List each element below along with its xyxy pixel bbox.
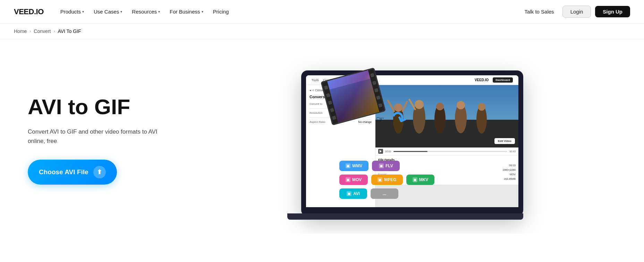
avi-label: AVI: [353, 191, 360, 196]
nav-item-pricing[interactable]: Pricing: [209, 6, 233, 17]
chevron-down-icon: ▾: [158, 10, 160, 14]
panel-label-convert: Convert to: [310, 102, 322, 105]
breadcrumb: Home › Convert › AVI To GIF: [0, 24, 644, 39]
time-current: 00:00: [385, 150, 391, 153]
hero-left: AVI to GIF Convert AVI to GIF and other …: [28, 95, 208, 185]
screen-nav-tools: Tools: [312, 78, 319, 82]
signup-button[interactable]: Sign Up: [595, 6, 630, 17]
login-button[interactable]: Login: [562, 6, 591, 18]
format-row-3: ▦ AVI ...: [339, 188, 434, 199]
chevron-down-icon: ▾: [202, 10, 203, 14]
nav-label-pricing: Pricing: [213, 9, 229, 15]
nav-right: Talk to Sales Login Sign Up: [520, 6, 630, 18]
hero-section: AVI to GIF Convert AVI to GIF and other …: [0, 39, 644, 234]
format-mov-button[interactable]: ▦ MOV: [339, 175, 368, 185]
format-wmv-button[interactable]: ▦ WMV: [339, 161, 368, 171]
wmv-label: WMV: [352, 163, 362, 168]
panel-value-aspect: No change: [358, 120, 372, 124]
progress-bar[interactable]: [393, 151, 508, 152]
chevron-down-icon: ▾: [82, 10, 84, 14]
logo[interactable]: VEED.IO: [14, 7, 44, 16]
panel-label-aspect: Aspect Ratio: [310, 120, 325, 124]
format-mpeg-button[interactable]: ▦ MPEG: [371, 175, 402, 185]
screen-edit-video-button[interactable]: Edit Video: [494, 138, 515, 144]
nav-label-usecases: Use Cases: [94, 9, 119, 15]
flv-label: FLV: [385, 163, 393, 168]
screen-playback-controls: 00:00 00:43: [375, 147, 518, 155]
cursor-icon: ☞: [376, 114, 384, 125]
play-icon: [380, 150, 382, 153]
format-buttons-overlay: ▦ WMV ▦ FLV ▦ MOV ▦ MPEG: [339, 161, 434, 199]
wmv-icon: ▦: [346, 163, 350, 168]
format-row-2: ▦ MOV ▦ MPEG ▦ MKV: [339, 175, 434, 185]
breadcrumb-home[interactable]: Home: [14, 28, 27, 34]
avi-icon: ▦: [347, 191, 351, 196]
nav-links: Products ▾ Use Cases ▾ Resources ▾ For B…: [56, 6, 520, 17]
mov-icon: ▦: [346, 177, 350, 182]
panel-label-resolution: Resolution: [310, 111, 323, 115]
hero-right: ☞ ↷ ▦ WMV ▦ FLV ▦: [208, 60, 616, 220]
detail-value-size: 162.45MB: [504, 177, 516, 180]
breadcrumb-convert[interactable]: Convert: [34, 28, 51, 34]
mpeg-label: MPEG: [384, 177, 396, 182]
format-more-button[interactable]: ...: [371, 188, 398, 199]
progress-fill: [393, 151, 428, 152]
laptop-base: [287, 213, 523, 220]
mkv-label: MKV: [419, 177, 429, 182]
time-total: 00:43: [509, 150, 516, 153]
nav-label-resources: Resources: [132, 9, 157, 15]
mpeg-icon: ▦: [378, 177, 382, 182]
nav-item-resources[interactable]: Resources ▾: [128, 6, 164, 17]
detail-value-duration: 00:13: [509, 164, 516, 167]
detail-value-resolution: 1080×1080: [502, 168, 516, 171]
screen-logo: VEED.IO: [475, 78, 489, 82]
play-button[interactable]: [378, 149, 383, 154]
choose-avi-file-button[interactable]: Choose AVI File ⬆: [28, 160, 117, 185]
nav-item-usecases[interactable]: Use Cases ▾: [90, 6, 126, 17]
svg-marker-16: [380, 150, 382, 153]
laptop-mockup: ☞ ↷ ▦ WMV ▦ FLV ▦: [294, 60, 530, 220]
mov-label: MOV: [352, 177, 362, 182]
nav-label-forbusiness: For Business: [170, 9, 200, 15]
talk-to-sales-link[interactable]: Talk to Sales: [520, 6, 558, 17]
nav-item-products[interactable]: Products ▾: [56, 6, 88, 17]
nav-label-products: Products: [60, 9, 81, 15]
format-flv-button[interactable]: ▦ FLV: [372, 161, 400, 171]
flv-icon: ▦: [379, 163, 384, 168]
format-row-1: ▦ WMV ▦ FLV: [339, 161, 434, 171]
chevron-down-icon: ▾: [120, 10, 122, 14]
detail-value-format: MOV: [510, 173, 516, 176]
back-arrow-icon: ◂: [310, 88, 311, 92]
breadcrumb-separator: ›: [29, 29, 31, 34]
more-label: ...: [383, 191, 386, 196]
edit-video-label: Edit Video: [498, 140, 511, 143]
nav-item-forbusiness[interactable]: For Business ▾: [166, 6, 207, 17]
screen-dashboard-button[interactable]: Dashboard: [493, 77, 513, 83]
hero-subtitle: Convert AVI to GIF and other video forma…: [28, 127, 167, 146]
upload-icon: ⬆: [93, 166, 106, 178]
breadcrumb-separator-2: ›: [53, 29, 55, 34]
format-mkv-button[interactable]: ▦ MKV: [406, 175, 435, 185]
hero-title: AVI to GIF: [28, 95, 208, 119]
mkv-icon: ▦: [413, 177, 417, 182]
format-avi-button[interactable]: ▦ AVI: [339, 188, 367, 199]
breadcrumb-current: AVI To GIF: [58, 28, 81, 34]
navbar: VEED.IO Products ▾ Use Cases ▾ Resources…: [0, 0, 644, 24]
choose-avi-file-label: Choose AVI File: [39, 168, 88, 176]
